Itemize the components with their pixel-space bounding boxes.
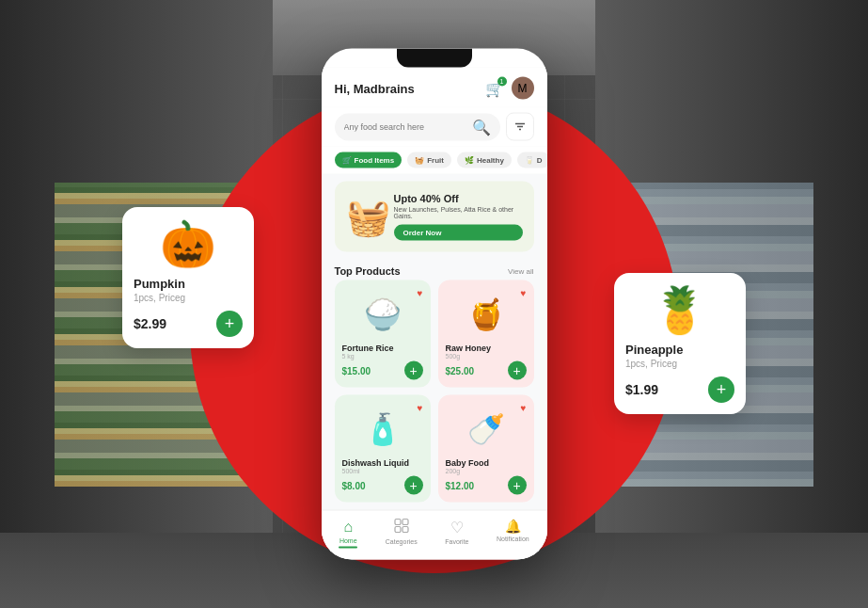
pumpkin-emoji: 🎃 bbox=[134, 218, 243, 271]
category-chip-healthy[interactable]: 🌿 Healthy bbox=[457, 152, 512, 168]
fav-icon-honey[interactable]: ♥ bbox=[521, 288, 527, 298]
promo-banner: 🧺 Upto 40% Off New Launches, Pulses, Att… bbox=[335, 182, 534, 252]
babyfood-add-button[interactable]: + bbox=[508, 476, 527, 495]
notification-icon: 🔔 bbox=[505, 519, 521, 534]
honey-price: $25.00 bbox=[446, 365, 475, 376]
nav-favorite[interactable]: ♡ Favorite bbox=[445, 519, 468, 549]
dairy-label: D bbox=[537, 156, 543, 165]
search-icon: 🔍 bbox=[472, 118, 491, 136]
fav-icon-babyfood[interactable]: ♥ bbox=[521, 403, 527, 413]
product-grid: ♥ 🍚 Fortune Rice 5 kg $15.00 + ♥ 🍯 Raw H… bbox=[322, 280, 547, 510]
phone-wrapper: Hi, Madbrains 🛒 1 M 🔍 bbox=[322, 49, 547, 560]
pineapple-price: $1.99 bbox=[625, 382, 658, 397]
search-row: 🔍 bbox=[322, 107, 547, 147]
favorite-icon: ♡ bbox=[450, 519, 464, 536]
filter-button[interactable] bbox=[506, 113, 534, 141]
babyfood-price: $12.00 bbox=[446, 480, 475, 490]
fruit-label: Fruit bbox=[427, 156, 444, 165]
banner-basket-image: 🧺 bbox=[346, 196, 390, 237]
home-underline bbox=[339, 547, 357, 549]
pumpkin-price: $2.99 bbox=[134, 316, 166, 331]
nav-categories[interactable]: Categories bbox=[386, 519, 418, 549]
rice-name: Fortune Rice bbox=[342, 344, 423, 353]
banner-discount: Upto 40% Off bbox=[394, 193, 523, 204]
product-card-babyfood: ♥ 🍼 Baby Food 200g $12.00 + bbox=[438, 395, 534, 503]
categories-label: Categories bbox=[386, 538, 418, 545]
pumpkin-name: Pumpkin bbox=[134, 277, 243, 291]
floating-card-pumpkin: 🎃 Pumpkin 1pcs, Priceg $2.99 + bbox=[122, 207, 254, 348]
svg-rect-3 bbox=[395, 520, 401, 525]
search-bar[interactable]: 🔍 bbox=[335, 113, 500, 140]
header-icons: 🛒 1 M bbox=[485, 77, 534, 100]
favorite-label: Favorite bbox=[445, 538, 468, 545]
dishwash-image: 🧴 bbox=[342, 403, 423, 455]
babyfood-name: Baby Food bbox=[446, 458, 527, 468]
notification-label: Notification bbox=[497, 536, 529, 542]
view-all-button[interactable]: View all bbox=[508, 266, 533, 275]
top-products-title: Top Products bbox=[335, 265, 401, 277]
banner-text: Upto 40% Off New Launches, Pulses, Atta … bbox=[394, 193, 523, 241]
svg-rect-6 bbox=[402, 527, 408, 533]
healthy-label: Healthy bbox=[477, 156, 504, 165]
floating-card-pineapple: 🍍 Pineapple 1pcs, Priceg $1.99 + bbox=[614, 273, 746, 414]
pineapple-name: Pineapple bbox=[625, 343, 734, 357]
fav-icon-rice[interactable]: ♥ bbox=[418, 288, 423, 298]
cart-icon-wrap[interactable]: 🛒 1 bbox=[485, 79, 504, 97]
greeting-text: Hi, Madbrains bbox=[335, 81, 415, 95]
honey-add-button[interactable]: + bbox=[508, 361, 527, 380]
rice-qty: 5 kg bbox=[342, 353, 423, 360]
product-card-honey: ♥ 🍯 Raw Honey 500g $25.00 + bbox=[438, 280, 534, 388]
dishwash-price: $8.00 bbox=[342, 480, 366, 490]
dishwash-name: Dishwash Liquid bbox=[342, 458, 423, 468]
home-label: Home bbox=[339, 537, 357, 544]
fav-icon-dishwash[interactable]: ♥ bbox=[418, 403, 423, 413]
fruit-icon: 🧺 bbox=[415, 156, 424, 165]
dishwash-add-button[interactable]: + bbox=[404, 476, 423, 495]
rice-image: 🍚 bbox=[342, 288, 423, 340]
order-now-button[interactable]: Order Now bbox=[394, 225, 523, 241]
top-products-header: Top Products View all bbox=[322, 260, 547, 280]
babyfood-qty: 200g bbox=[446, 468, 527, 474]
avatar-letter: M bbox=[518, 82, 528, 95]
product-card-dishwash: ♥ 🧴 Dishwash Liquid 500ml $8.00 + bbox=[335, 395, 431, 503]
nav-home[interactable]: ⌂ Home bbox=[339, 519, 357, 549]
svg-rect-5 bbox=[395, 527, 401, 533]
honey-name: Raw Honey bbox=[446, 344, 527, 353]
search-input[interactable] bbox=[344, 122, 466, 132]
dairy-icon: 🥛 bbox=[525, 156, 534, 165]
product-card-rice: ♥ 🍚 Fortune Rice 5 kg $15.00 + bbox=[335, 280, 431, 388]
categories-icon bbox=[394, 519, 409, 536]
categories-row: 🛒 Food Items 🧺 Fruit 🌿 Healthy 🥛 D bbox=[322, 147, 547, 174]
rice-price: $15.00 bbox=[342, 365, 371, 376]
phone-screen: Hi, Madbrains 🛒 1 M 🔍 bbox=[322, 68, 547, 560]
babyfood-image: 🍼 bbox=[446, 403, 527, 455]
honey-image: 🍯 bbox=[446, 288, 527, 340]
pineapple-sub: 1pcs, Priceg bbox=[625, 359, 734, 369]
svg-rect-4 bbox=[402, 520, 408, 525]
pumpkin-sub: 1pcs, Priceg bbox=[134, 293, 243, 303]
food-icon: 🛒 bbox=[342, 156, 352, 165]
rice-add-button[interactable]: + bbox=[404, 361, 423, 380]
cart-badge: 1 bbox=[497, 76, 507, 86]
phone-notch bbox=[397, 49, 472, 68]
home-icon: ⌂ bbox=[343, 519, 353, 536]
pineapple-add-button[interactable]: + bbox=[708, 376, 734, 403]
pumpkin-add-button[interactable]: + bbox=[216, 311, 243, 337]
nav-notification[interactable]: 🔔 Notification bbox=[497, 519, 529, 549]
dishwash-qty: 500ml bbox=[342, 468, 423, 474]
avatar[interactable]: M bbox=[512, 77, 534, 100]
food-label: Food Items bbox=[355, 156, 395, 165]
category-chip-fruit[interactable]: 🧺 Fruit bbox=[407, 152, 451, 168]
bottom-nav: ⌂ Home Categories bbox=[322, 510, 547, 560]
phone: Hi, Madbrains 🛒 1 M 🔍 bbox=[322, 49, 547, 560]
app-header: Hi, Madbrains 🛒 1 M bbox=[322, 68, 547, 107]
category-chip-food[interactable]: 🛒 Food Items bbox=[335, 152, 402, 168]
pineapple-emoji: 🍍 bbox=[625, 284, 734, 337]
honey-qty: 500g bbox=[446, 353, 527, 360]
category-chip-dairy[interactable]: 🥛 D bbox=[517, 152, 547, 168]
banner-subtitle: New Launches, Pulses, Atta Rice & other … bbox=[394, 206, 523, 219]
healthy-icon: 🌿 bbox=[465, 156, 474, 165]
